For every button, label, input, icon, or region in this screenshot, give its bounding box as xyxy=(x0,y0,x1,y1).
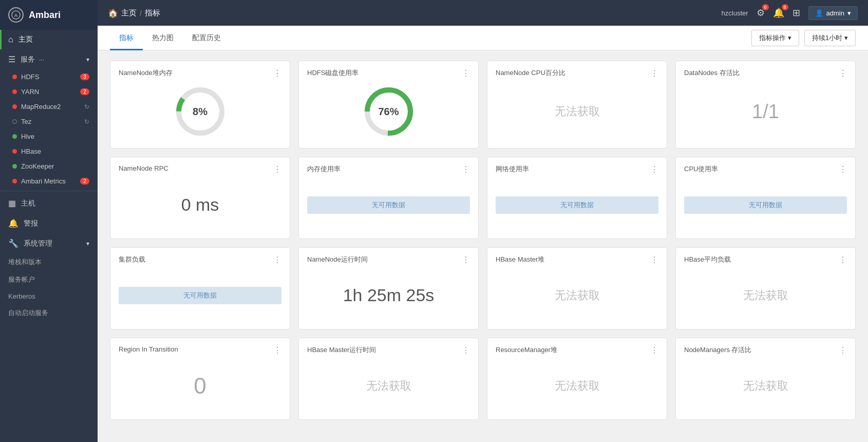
metric-menu-icon[interactable]: ⋮ xyxy=(839,345,847,355)
metric-body: 无法获取 xyxy=(307,360,470,411)
svg-text:A: A xyxy=(14,13,18,18)
metric-menu-icon[interactable]: ⋮ xyxy=(839,68,847,78)
services-arrow[interactable]: ▾ xyxy=(86,56,89,63)
mapreduce2-status-dot xyxy=(12,104,17,109)
sidebar-item-kerberos[interactable]: Kerberos xyxy=(0,288,98,304)
metric-menu-icon[interactable]: ⋮ xyxy=(650,68,658,78)
metric-menu-icon[interactable]: ⋮ xyxy=(650,164,658,174)
logo-icon: A xyxy=(8,7,24,23)
sidebar-item-alerts[interactable]: 🔔 警报 xyxy=(0,213,98,233)
no-data-badge: 无可用数据 xyxy=(307,196,470,214)
metric-body: 无可用数据 xyxy=(119,270,281,321)
tab-config-history[interactable]: 配置历史 xyxy=(183,26,230,50)
settings-button[interactable]: ⚙ 6 xyxy=(757,7,765,19)
alerts-label: 警报 xyxy=(24,219,38,228)
main-content: 🏠 主页 / 指标 hzcluster ⚙ 6 🔔 8 ⊞ 👤 admin ▾ xyxy=(98,0,868,442)
service-item-hbase[interactable]: HBase xyxy=(0,144,98,159)
home-label: 主页 xyxy=(18,35,33,44)
metric-menu-icon[interactable]: ⋮ xyxy=(650,345,658,355)
user-menu[interactable]: 👤 admin ▾ xyxy=(808,6,858,20)
service-item-zookeeper[interactable]: ZooKeeper xyxy=(0,159,98,174)
app-logo[interactable]: A Ambari xyxy=(0,0,98,30)
duration-button[interactable]: 持续1小时 ▾ xyxy=(804,30,856,46)
metric-body: 1h 25m 25s xyxy=(307,270,470,321)
metric-title: NameNode CPU百分比 xyxy=(496,68,565,78)
sidebar-item-services[interactable]: ☰ 服务 ··· ▾ xyxy=(0,49,98,69)
admin-arrow[interactable]: ▾ xyxy=(86,240,89,247)
sidebar-item-hosts[interactable]: ▦ 主机 xyxy=(0,193,98,213)
metric-title: 网络使用率 xyxy=(496,164,529,174)
service-item-tez[interactable]: Tez ↻ xyxy=(0,114,98,129)
cluster-name: hzcluster xyxy=(722,9,748,17)
duration-label: 持续1小时 xyxy=(812,33,842,43)
hosts-label: 主机 xyxy=(21,199,35,208)
sidebar-item-admin[interactable]: 🔧 系统管理 ▾ xyxy=(0,233,98,253)
metric-menu-icon[interactable]: ⋮ xyxy=(273,345,281,355)
sidebar-item-account[interactable]: 服务帐户 xyxy=(0,271,98,288)
donut-chart-8: 8% xyxy=(172,83,229,140)
metric-menu-icon[interactable]: ⋮ xyxy=(839,164,847,174)
metric-menu-icon[interactable]: ⋮ xyxy=(273,164,281,174)
metric-menu-icon[interactable]: ⋮ xyxy=(462,68,470,78)
yarn-status-dot xyxy=(12,89,17,94)
service-item-hive[interactable]: Hive xyxy=(0,129,98,144)
zookeeper-status-dot xyxy=(12,164,17,169)
service-item-ambari-metrics[interactable]: Ambari Metrics 2 xyxy=(0,174,98,189)
service-item-yarn[interactable]: YARN 2 xyxy=(0,84,98,99)
metric-menu-icon[interactable]: ⋮ xyxy=(462,345,470,355)
metric-body: 无法获取 xyxy=(496,83,658,140)
metric-title: CPU使用率 xyxy=(684,164,718,174)
ambari-metrics-label: Ambari Metrics xyxy=(21,177,66,185)
service-item-hdfs[interactable]: HDFS 3 xyxy=(0,69,98,84)
no-data-badge: 无可用数据 xyxy=(496,196,658,214)
stack-label: 堆栈和版本 xyxy=(8,257,42,267)
hbase-label: HBase xyxy=(21,148,41,155)
sidebar-item-stack[interactable]: 堆栈和版本 xyxy=(0,253,98,271)
metric-rpc-text: 0 ms xyxy=(181,195,219,215)
topbar-right: hzcluster ⚙ 6 🔔 8 ⊞ 👤 admin ▾ xyxy=(722,6,858,20)
grid-button[interactable]: ⊞ xyxy=(792,7,800,19)
metric-title: HBase平均负载 xyxy=(684,255,731,264)
breadcrumb-current: 指标 xyxy=(145,8,160,18)
service-item-mapreduce2[interactable]: MapReduce2 ↻ xyxy=(0,99,98,114)
donut-label: 76% xyxy=(378,106,399,118)
metric-menu-icon[interactable]: ⋮ xyxy=(839,255,847,265)
services-dots[interactable]: ··· xyxy=(39,56,44,63)
dashboard: NameNode堆内存 ⋮ 8% HDFS磁盘使用率 xyxy=(98,50,868,430)
metric-card-header: 内存使用率 ⋮ xyxy=(307,164,470,174)
metric-menu-icon[interactable]: ⋮ xyxy=(462,255,470,265)
metric-card-resourcemanager-heap: ResourceManager堆 ⋮ 无法获取 xyxy=(487,338,667,420)
tez-refresh-icon[interactable]: ↻ xyxy=(84,118,89,125)
yarn-label: YARN xyxy=(21,88,39,96)
alerts-button[interactable]: 🔔 8 xyxy=(773,7,784,19)
services-icon: ☰ xyxy=(8,54,15,64)
metric-uptime-text: 1h 25m 25s xyxy=(343,285,435,305)
metric-menu-icon[interactable]: ⋮ xyxy=(273,255,281,265)
breadcrumb-sep: / xyxy=(140,9,142,17)
breadcrumb-home: 主页 xyxy=(121,8,137,18)
grid-icon: ⊞ xyxy=(792,7,800,19)
metric-body: 无可用数据 xyxy=(307,179,470,230)
metric-card-region-transition: Region In Transition ⋮ 0 xyxy=(110,338,290,420)
metric-title: Region In Transition xyxy=(119,345,178,353)
donut-chart-76: 76% xyxy=(361,83,417,140)
metric-body: 76% xyxy=(307,83,470,140)
sidebar-item-home[interactable]: ⌂ 主页 xyxy=(0,30,98,49)
mapreduce2-refresh-icon[interactable]: ↻ xyxy=(84,103,89,110)
metric-body: 8% xyxy=(119,83,281,140)
tab-metrics[interactable]: 指标 xyxy=(110,26,143,50)
metric-menu-icon[interactable]: ⋮ xyxy=(273,68,281,78)
metric-menu-icon[interactable]: ⋮ xyxy=(650,255,658,265)
metric-menu-icon[interactable]: ⋮ xyxy=(462,164,470,174)
metric-title: NameNode RPC xyxy=(119,164,168,172)
metric-body: 无可用数据 xyxy=(496,179,658,230)
tab-heatmap[interactable]: 热力图 xyxy=(143,26,183,50)
metrics-ops-button[interactable]: 指标操作 ▾ xyxy=(751,30,799,46)
sidebar-item-autostart[interactable]: 自动启动服务 xyxy=(0,304,98,322)
metric-card-hbase-master-heap: HBase Master堆 ⋮ 无法获取 xyxy=(487,247,667,329)
metric-card-header: HBase Master运行时间 ⋮ xyxy=(307,345,470,355)
metric-value-text: 1/1 xyxy=(752,101,779,123)
metric-unavailable-text: 无法获取 xyxy=(555,378,600,394)
metric-unavailable-text: 无法获取 xyxy=(743,288,788,303)
services-label: 服务 xyxy=(21,55,35,64)
